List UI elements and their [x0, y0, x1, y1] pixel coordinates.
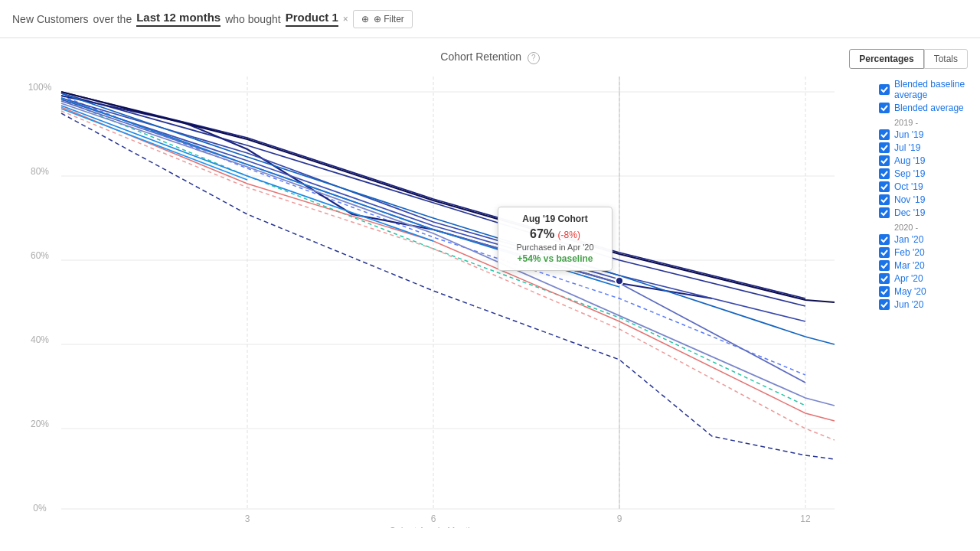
legend-item-label: Oct '19 [894, 181, 923, 192]
chart-title: Cohort Retention [440, 51, 521, 63]
legend-item[interactable]: Feb '20 [879, 247, 974, 258]
legend-check [879, 273, 890, 284]
x-tick-3: 3 [245, 514, 250, 524]
x-tick-12: 12 [800, 514, 811, 524]
y-label-20: 20% [31, 419, 49, 429]
chart-area: 100% 80% 60% 40% 20% 0% [0, 69, 873, 528]
chart-grid: 3 6 9 12 Cohort Age in Months [61, 77, 835, 528]
chart-header: Cohort Retention ? Percentages Totals [0, 46, 980, 69]
red-cohort-dashed [61, 111, 835, 440]
legend-check-blended-baseline [879, 84, 890, 95]
legend-2020-items: Jan '20 Feb '20 Mar '20 Apr '20 May '20 [879, 234, 974, 310]
who-bought-label: who bought [225, 13, 280, 25]
legend-2019-items: Jun '19 Jul '19 Aug '19 Sep '19 Oct '19 [879, 129, 974, 218]
x-axis-label: Cohort Age in Months [389, 526, 477, 528]
legend-check [879, 142, 890, 153]
percentages-btn[interactable]: Percentages [849, 49, 923, 69]
new-customers-label: New Customers [12, 13, 89, 25]
legend-item[interactable]: Nov '19 [879, 194, 974, 205]
legend-label-blended-avg: Blended average [894, 103, 964, 113]
blended-baseline-line [61, 99, 805, 406]
y-label-40: 40% [31, 334, 49, 345]
legend-item-blended-avg[interactable]: Blended average [879, 103, 974, 113]
legend-item-label: Nov '19 [894, 194, 925, 205]
legend-panel: Blended baseline average Blended average… [873, 69, 980, 528]
legend-item-label: Jan '20 [894, 234, 923, 245]
legend-check [879, 234, 890, 245]
legend-item-label: Feb '20 [894, 247, 925, 258]
legend-item-label: Dec '19 [894, 207, 925, 218]
legend-check [879, 207, 890, 218]
legend-group-2019: 2019 - [894, 118, 974, 127]
legend-item[interactable]: Apr '20 [879, 273, 974, 284]
legend-item[interactable]: Oct '19 [879, 181, 974, 192]
totals-btn[interactable]: Totals [924, 49, 968, 69]
legend-item-label: Jul '19 [894, 142, 920, 153]
jan20-line [61, 93, 835, 344]
legend-check [879, 286, 890, 297]
legend-item[interactable]: Jan '20 [879, 234, 974, 245]
legend-check-blended-avg [879, 103, 890, 113]
y-label-0: 0% [33, 503, 47, 514]
chart-title-wrap: Cohort Retention ? [440, 51, 539, 64]
y-label-80: 80% [31, 166, 49, 177]
legend-check [879, 129, 890, 140]
legend-item[interactable]: Mar '20 [879, 260, 974, 271]
legend-check [879, 299, 890, 310]
legend-label-blended-baseline: Blended baseline average [894, 79, 974, 100]
x-tick-9: 9 [617, 514, 622, 524]
filter-icon: ⊕ [361, 14, 369, 24]
chart-wrap: 100% 80% 60% 40% 20% 0% [0, 69, 980, 528]
legend-item[interactable]: Jul '19 [879, 142, 974, 153]
legend-item[interactable]: Aug '19 [879, 155, 974, 166]
red-cohort-line1 [61, 107, 835, 421]
legend-item-label: Sep '19 [894, 168, 925, 179]
info-icon[interactable]: ? [528, 52, 540, 64]
main-content: Cohort Retention ? Percentages Totals 10… [0, 38, 980, 528]
legend-item[interactable]: Sep '19 [879, 168, 974, 179]
legend-item-label: May '20 [894, 286, 926, 297]
legend-check [879, 247, 890, 258]
filter-button[interactable]: ⊕ ⊕ Filter [353, 10, 413, 28]
legend-item-label: Aug '19 [894, 155, 925, 166]
legend-check [879, 168, 890, 179]
long-dark-line [61, 92, 835, 302]
over-the-label: over the [93, 13, 132, 25]
y-label-100: 100% [28, 82, 52, 93]
chart-controls: Percentages Totals [849, 49, 968, 69]
time-range[interactable]: Last 12 months [136, 11, 220, 27]
x-tick-6: 6 [431, 514, 436, 524]
legend-check [879, 155, 890, 166]
legend-check [879, 194, 890, 205]
legend-group-2020: 2020 - [894, 223, 974, 232]
y-label-60: 60% [31, 250, 49, 261]
legend-item-label: Jun '20 [894, 299, 923, 310]
legend-check [879, 181, 890, 192]
low-dashed-line [61, 113, 835, 459]
product-label[interactable]: Product 1 [286, 11, 338, 27]
header-bar: New Customers over the Last 12 months wh… [0, 0, 980, 38]
legend-item[interactable]: Jun '20 [879, 299, 974, 310]
oct19-line [61, 99, 619, 279]
legend-item-blended-baseline[interactable]: Blended baseline average [879, 79, 974, 100]
legend-item[interactable]: May '20 [879, 286, 974, 297]
legend-check [879, 260, 890, 271]
product-remove-btn[interactable]: × [343, 14, 348, 24]
legend-item-label: Jun '19 [894, 129, 923, 140]
legend-item[interactable]: Jun '19 [879, 129, 974, 140]
legend-item-label: Apr '20 [894, 273, 923, 284]
legend-item-label: Mar '20 [894, 260, 925, 271]
chart-svg-wrap: 100% 80% 60% 40% 20% 0% [0, 69, 873, 528]
chart-svg: 100% 80% 60% 40% 20% 0% [0, 69, 842, 528]
legend-item[interactable]: Dec '19 [879, 207, 974, 218]
